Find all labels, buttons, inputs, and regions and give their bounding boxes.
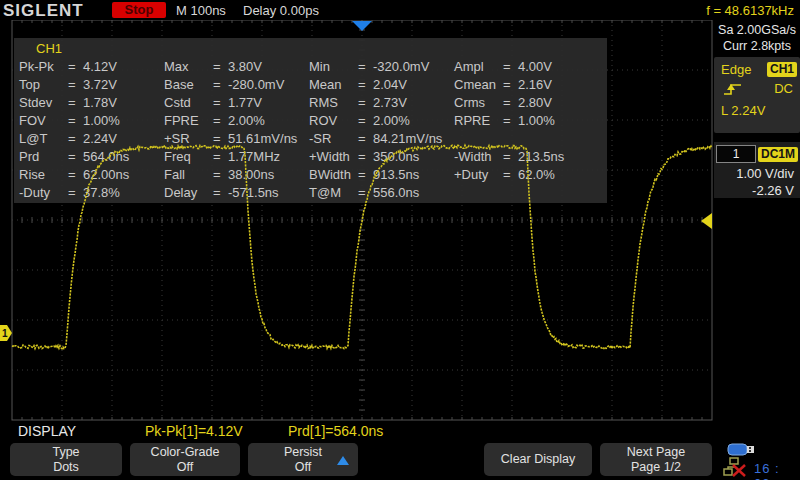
measure--duty: -Duty=37.8% <box>14 185 159 200</box>
measure-ampl: Ampl=4.00V <box>449 59 594 74</box>
measure-fpre: FPRE=2.00% <box>159 113 304 128</box>
measure-stdev: Stdev=1.78V <box>14 95 159 110</box>
rising-edge-icon <box>723 81 743 96</box>
menu-button-clear-display[interactable]: Clear Display <box>484 443 592 476</box>
measure-min: Min=-320.0mV <box>304 59 449 74</box>
measure-tm: T@M=556.0ns <box>304 185 449 200</box>
acquisition-info: Sa 2.00GSa/s Curr 2.8kpts <box>714 22 800 54</box>
run-state-badge[interactable]: Stop <box>112 2 166 18</box>
menu-button-next-page-value: Page 1/2 <box>631 460 681 475</box>
measure-lt: L@T=2.24V <box>14 131 159 146</box>
measure-base: Base=-280.0mV <box>159 77 304 92</box>
trigger-source-badge: CH1 <box>767 62 797 77</box>
usb-device-icon <box>727 442 755 457</box>
measure-row: Pk-Pk=4.12VMax=3.80VMin=-320.0mVAmpl=4.0… <box>14 57 607 75</box>
measure-+width: +Width=350.0ns <box>304 149 449 164</box>
measure-+sr: +SR=51.61mV/ns <box>159 131 304 146</box>
trigger-panel[interactable]: Edge CH1 DC L 2.24V <box>714 57 800 133</box>
measure-row: Prd=564.0nsFreq=1.77MHz+Width=350.0ns-Wi… <box>14 147 607 165</box>
measure-rms: RMS=2.73V <box>304 95 449 110</box>
menu-button-next-page[interactable]: Next Page Page 1/2 <box>600 443 712 476</box>
menu-button-next-page-label: Next Page <box>627 445 685 460</box>
measure-row: Rise=62.00nsFall=38.00nsBWidth=913.5ns+D… <box>14 166 607 184</box>
delay-readout[interactable]: Delay 0.00ps <box>243 3 319 18</box>
menu-button-persist-value: Off <box>295 460 311 475</box>
measure-mean: Mean=2.04V <box>304 77 449 92</box>
measure-max: Max=3.80V <box>159 59 304 74</box>
measure-row: FOV=1.00%FPRE=2.00%ROV=2.00%RPRE=1.00% <box>14 111 607 129</box>
menu-button-persist[interactable]: Persist Off <box>248 443 358 476</box>
persist-up-arrow-icon <box>337 456 349 465</box>
measure-rpre: RPRE=1.00% <box>449 113 594 128</box>
status-bar: DISPLAY Pk-Pk[1]=4.12V Prd[1]=564.0ns <box>0 421 800 442</box>
measure-crms: Crms=2.80V <box>449 95 594 110</box>
system-tray: 16 : 03 <box>720 440 800 480</box>
measurement-rows: Pk-Pk=4.12VMax=3.80VMin=-320.0mVAmpl=4.0… <box>14 57 607 202</box>
measure-bwidth: BWidth=913.5ns <box>304 167 449 182</box>
menu-button-color-grade[interactable]: Color-Grade Off <box>130 443 240 476</box>
sample-rate-readout: Sa 2.00GSa/s <box>714 22 800 38</box>
measure-freq: Freq=1.77MHz <box>159 149 304 164</box>
trigger-level-marker[interactable] <box>701 213 712 229</box>
measure-+duty: +Duty=62.0% <box>449 167 594 182</box>
measure-rov: ROV=2.00% <box>304 113 449 128</box>
trigger-coupling-label: DC <box>774 81 793 96</box>
menu-button-color-grade-value: Off <box>177 460 193 475</box>
measure-fov: FOV=1.00% <box>14 113 159 128</box>
measure-delay: Delay=-571.5ns <box>159 185 304 200</box>
statusbar-measure-2: Prd[1]=564.0ns <box>288 423 383 439</box>
channel-1-marker-label: 1 <box>2 328 8 339</box>
measure-row: -Duty=37.8%Delay=-571.5nsT@M=556.0ns <box>14 184 607 202</box>
channel-panel[interactable]: 1 DC1M 1.00 V/div -2.26 V <box>714 142 800 198</box>
measure-fall: Fall=38.00ns <box>159 167 304 182</box>
frequency-counter: f = 48.6137kHz <box>706 3 794 18</box>
measure-row: L@T=2.24V+SR=51.61mV/ns-SR=84.21mV/ns <box>14 129 607 147</box>
brand-logo: SIGLENT <box>3 1 84 21</box>
measure-pk-pk: Pk-Pk=4.12V <box>14 59 159 74</box>
measure-prd: Prd=564.0ns <box>14 149 159 164</box>
top-bar: SIGLENT Stop M 100ns Delay 0.00ps f = 48… <box>0 0 800 20</box>
menu-button-type-label: Type <box>52 445 79 460</box>
channel-coupling-badge: DC1M <box>758 147 798 162</box>
statusbar-measure-1: Pk-Pk[1]=4.12V <box>145 423 243 439</box>
menu-title: DISPLAY <box>18 423 76 439</box>
channel-offset-readout: -2.26 V <box>714 182 800 199</box>
measure--width: -Width=213.5ns <box>449 149 594 164</box>
measurement-channel-header: CH1 <box>14 38 607 57</box>
trigger-position-marker[interactable] <box>352 21 372 31</box>
trigger-level-readout: L 2.24V <box>714 96 800 118</box>
measure-top: Top=3.72V <box>14 77 159 92</box>
memory-depth-readout: Curr 2.8kpts <box>714 38 800 54</box>
measure-row: Top=3.72VBase=-280.0mVMean=2.04VCmean=2.… <box>14 75 607 93</box>
trigger-type-label: Edge <box>721 62 751 77</box>
timebase-readout[interactable]: M 100ns <box>176 3 226 18</box>
clock-readout: 16 : 03 <box>754 461 800 480</box>
measurement-panel: CH1 Pk-Pk=4.12VMax=3.80VMin=-320.0mVAmpl… <box>14 38 607 203</box>
measure-cmean: Cmean=2.16V <box>449 77 594 92</box>
lan-disconnected-icon <box>723 457 751 477</box>
measure-cstd: Cstd=1.77V <box>159 95 304 110</box>
menu-button-type-value: Dots <box>53 460 79 475</box>
measure-rise: Rise=62.00ns <box>14 167 159 182</box>
menu-button-type[interactable]: Type Dots <box>10 443 122 476</box>
menu-button-color-grade-label: Color-Grade <box>151 445 220 460</box>
measure-row: Stdev=1.78VCstd=1.77VRMS=2.73VCrms=2.80V <box>14 93 607 111</box>
channel-1-position-marker[interactable] <box>0 325 12 341</box>
menu-button-persist-label: Persist <box>284 445 322 460</box>
measure--sr: -SR=84.21mV/ns <box>304 131 449 146</box>
channel-scale-readout: 1.00 V/div <box>714 163 800 182</box>
menu-button-clear-display-label: Clear Display <box>501 452 575 467</box>
oscilloscope-screen: SIGLENT Stop M 100ns Delay 0.00ps f = 48… <box>0 0 800 480</box>
channel-number-box: 1 <box>716 145 756 163</box>
